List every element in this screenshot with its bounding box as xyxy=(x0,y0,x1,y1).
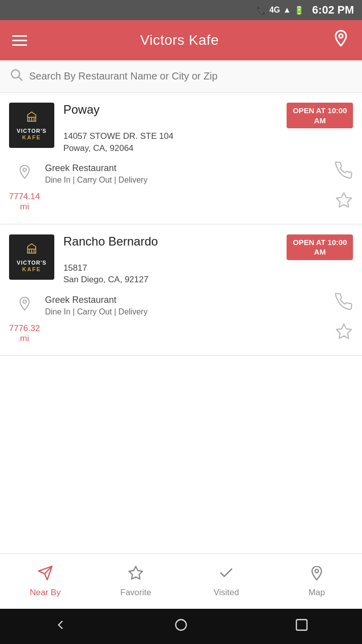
home-button[interactable] xyxy=(174,618,188,635)
status-bar-icons: 📞 4G ▲ 🔋 xyxy=(256,6,304,15)
restaurant-type: Greek Restaurant xyxy=(45,163,147,174)
map-pin-icon xyxy=(17,164,33,186)
visited-nav-icon xyxy=(218,565,234,585)
network-label: 4G xyxy=(269,6,280,15)
favorite-icon[interactable] xyxy=(335,191,353,214)
svg-line-2 xyxy=(19,77,22,80)
restaurant-services: Dine In | Carry Out | Delivery xyxy=(45,176,147,185)
restaurant-info: Poway OPEN AT 10:00AM 14057 STOWE DR. ST… xyxy=(63,103,353,154)
app-header: Victors Kafe xyxy=(0,20,362,60)
restaurant-actions xyxy=(335,162,353,214)
bottom-nav: Near By Favorite Visited Map xyxy=(0,553,362,609)
map-pin-icon xyxy=(17,296,33,317)
search-icon xyxy=(9,67,23,85)
back-button[interactable] xyxy=(53,618,67,635)
app-title: Victors Kafe xyxy=(140,32,219,48)
restaurant-actions xyxy=(335,293,353,345)
map-nav-icon xyxy=(309,565,325,585)
nav-label-map: Map xyxy=(308,588,325,598)
nav-label-favorite: Favorite xyxy=(120,588,151,598)
restaurant-logo: VICTOR'S KAFE xyxy=(9,234,54,280)
restaurant-item[interactable]: VICTOR'S KAFE Rancho Bernardo OPEN AT 10… xyxy=(0,224,362,356)
phone-icon[interactable] xyxy=(335,293,353,315)
search-bar xyxy=(0,60,362,93)
svg-marker-14 xyxy=(336,324,351,339)
svg-rect-20 xyxy=(297,619,307,630)
svg-point-18 xyxy=(315,570,319,573)
logo-icon xyxy=(25,110,39,127)
restaurant-address: 15817San Diego, CA, 92127 xyxy=(63,262,353,286)
restaurant-list: VICTOR'S KAFE Poway OPEN AT 10:00AM 1405… xyxy=(0,93,362,455)
menu-button[interactable] xyxy=(12,35,27,46)
restaurant-name: Poway xyxy=(63,103,100,117)
location-header-icon[interactable] xyxy=(332,29,350,51)
call-icon: 📞 xyxy=(256,6,266,15)
restaurant-name: Rancho Bernardo xyxy=(63,234,158,249)
favorite-nav-icon xyxy=(128,565,144,585)
logo-text-victor: VICTOR'S xyxy=(17,260,46,266)
restaurant-meta: Greek Restaurant Dine In | Carry Out | D… xyxy=(45,295,147,316)
distance-label: 7776.32mi xyxy=(9,324,40,344)
restaurant-type: Greek Restaurant xyxy=(45,295,147,305)
nav-label-nearby: Near By xyxy=(30,588,60,598)
nav-item-nearby[interactable]: Near By xyxy=(0,554,90,609)
restaurant-info: Rancho Bernardo OPEN AT 10:00AM 15817San… xyxy=(63,234,353,286)
restaurant-meta: Greek Restaurant Dine In | Carry Out | D… xyxy=(45,163,147,185)
logo-text-kafe: KAFE xyxy=(22,135,41,140)
phone-icon[interactable] xyxy=(335,162,353,184)
logo-icon xyxy=(25,242,39,259)
signal-icon: ▲ xyxy=(283,6,291,15)
restaurant-logo: VICTOR'S KAFE xyxy=(9,103,54,148)
svg-point-19 xyxy=(176,619,187,630)
svg-marker-8 xyxy=(336,193,351,207)
distance-label: 7774.14mi xyxy=(9,192,40,212)
battery-icon: 🔋 xyxy=(294,6,304,15)
svg-point-13 xyxy=(23,300,26,303)
system-nav-bar xyxy=(0,609,362,644)
svg-point-7 xyxy=(23,168,26,171)
nav-item-map[interactable]: Map xyxy=(272,554,362,609)
restaurant-services: Dine In | Carry Out | Delivery xyxy=(45,307,147,316)
open-status-badge: OPEN AT 10:00AM xyxy=(287,103,353,128)
nearby-icon xyxy=(37,565,53,585)
nav-label-visited: Visited xyxy=(214,588,239,598)
restaurant-address: 14057 STOWE DR. STE 104Poway, CA, 92064 xyxy=(63,130,353,154)
nav-item-favorite[interactable]: Favorite xyxy=(90,554,181,609)
status-bar: 📞 4G ▲ 🔋 6:02 PM xyxy=(0,0,362,20)
search-input[interactable] xyxy=(29,70,353,82)
open-status-badge: OPEN AT 10:00AM xyxy=(287,234,353,260)
status-time: 6:02 PM xyxy=(312,4,354,17)
restaurant-item[interactable]: VICTOR'S KAFE Poway OPEN AT 10:00AM 1405… xyxy=(0,93,362,224)
logo-text-victor: VICTOR'S xyxy=(17,128,46,134)
favorite-icon[interactable] xyxy=(335,323,353,345)
recents-button[interactable] xyxy=(295,618,309,635)
svg-marker-17 xyxy=(129,567,143,579)
svg-point-0 xyxy=(339,34,343,38)
nav-item-visited[interactable]: Visited xyxy=(181,554,272,609)
logo-text-kafe: KAFE xyxy=(22,267,41,272)
